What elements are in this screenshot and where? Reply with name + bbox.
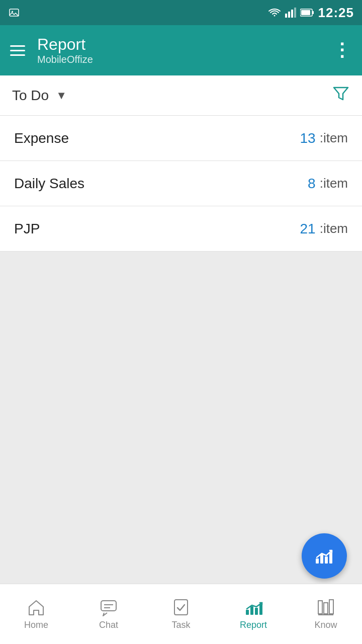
- svg-rect-21: [259, 604, 262, 615]
- nav-label-task: Task: [171, 620, 190, 630]
- svg-rect-4: [291, 10, 293, 18]
- more-options-button[interactable]: ⋮: [333, 40, 352, 61]
- nav-item-report[interactable]: Report: [217, 584, 290, 644]
- list-item-count: 13: [300, 130, 316, 146]
- svg-point-1: [12, 11, 13, 13]
- svg-rect-20: [255, 608, 258, 615]
- list-item-name: Expense: [14, 130, 300, 146]
- svg-rect-18: [246, 610, 249, 615]
- svg-rect-5: [294, 8, 296, 18]
- status-left-icons: [8, 7, 23, 19]
- status-time: 12:25: [318, 5, 354, 21]
- svg-rect-12: [325, 556, 328, 564]
- menu-button[interactable]: [10, 45, 25, 56]
- nav-item-home[interactable]: Home: [0, 584, 72, 644]
- list-item[interactable]: Daily Sales 8 :item: [0, 161, 362, 206]
- svg-marker-9: [334, 88, 348, 100]
- svg-rect-23: [324, 603, 328, 614]
- nav-label-know: Know: [314, 620, 337, 630]
- todo-dropdown[interactable]: To Do ▼: [12, 88, 332, 104]
- svg-rect-7: [312, 11, 314, 14]
- list-item-name: Daily Sales: [14, 176, 308, 192]
- app-bar-title: Report: [37, 35, 333, 54]
- list-item-suffix: :item: [320, 176, 348, 191]
- empty-area: [0, 252, 362, 584]
- svg-rect-17: [174, 600, 188, 615]
- svg-rect-10: [316, 558, 319, 564]
- filter-button[interactable]: [332, 85, 350, 107]
- filter-bar: To Do ▼: [0, 75, 362, 116]
- list-item-name: PJP: [14, 221, 300, 237]
- nav-item-chat[interactable]: Chat: [72, 584, 145, 644]
- svg-rect-14: [101, 601, 116, 611]
- nav-label-home: Home: [24, 620, 48, 630]
- nav-label-report: Report: [240, 620, 267, 630]
- list-item-count: 21: [300, 221, 316, 237]
- status-bar: 12:25: [0, 0, 362, 25]
- status-right-icons: 12:25: [268, 5, 354, 21]
- svg-rect-19: [250, 606, 253, 615]
- svg-rect-11: [320, 554, 323, 564]
- list-item-count: 8: [308, 176, 316, 192]
- list-container: Expense 13 :item Daily Sales 8 :item PJP…: [0, 116, 362, 252]
- app-bar-subtitle: MobileOffize: [37, 54, 333, 65]
- svg-rect-3: [288, 12, 290, 18]
- nav-label-chat: Chat: [99, 620, 118, 630]
- svg-rect-8: [301, 10, 310, 15]
- svg-rect-24: [329, 600, 333, 614]
- svg-rect-2: [285, 14, 287, 18]
- list-item[interactable]: PJP 21 :item: [0, 206, 362, 252]
- svg-rect-13: [329, 552, 332, 564]
- fab-analytics-button[interactable]: [302, 533, 347, 579]
- nav-item-know[interactable]: Know: [290, 584, 362, 644]
- app-bar-title-section: Report MobileOffize: [37, 35, 333, 65]
- list-item-suffix: :item: [320, 221, 348, 236]
- bottom-navigation: Home Chat Task Report: [0, 584, 362, 644]
- app-bar: Report MobileOffize ⋮: [0, 25, 362, 75]
- svg-rect-22: [318, 601, 322, 614]
- nav-item-task[interactable]: Task: [145, 584, 217, 644]
- list-item-suffix: :item: [320, 130, 348, 146]
- list-item[interactable]: Expense 13 :item: [0, 116, 362, 161]
- todo-dropdown-label: To Do: [12, 88, 49, 104]
- dropdown-arrow-icon: ▼: [56, 89, 67, 102]
